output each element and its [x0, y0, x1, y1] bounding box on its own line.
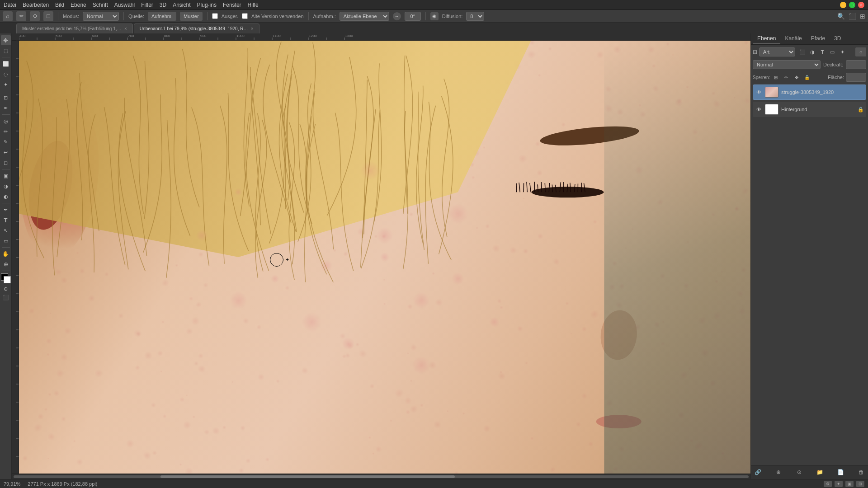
angle-field[interactable] — [405, 12, 421, 21]
arrange-icon[interactable]: ⊞ — [860, 13, 865, 20]
crop-tool[interactable]: ⊡ — [1, 93, 11, 103]
shape-tool[interactable]: ▭ — [1, 236, 11, 246]
screen-mode-switch[interactable]: ⬛ — [2, 294, 9, 301]
menu-item-bild[interactable]: Bild — [55, 2, 64, 8]
scroll-track-h[interactable] — [14, 475, 749, 478]
status-icon-3[interactable]: ▣ — [845, 481, 854, 487]
type-filter-icon[interactable]: T — [818, 47, 827, 56]
stamp-tool[interactable]: ✎ — [1, 137, 11, 147]
background-color[interactable] — [4, 276, 11, 283]
tab-0[interactable]: Muster erstellen.psdc bei 15,7% (Farbfül… — [16, 23, 133, 33]
layer-1-visibility[interactable]: 👁 — [755, 106, 762, 113]
diffusion-select[interactable]: 81416 — [466, 12, 484, 21]
marquee-tool[interactable]: ⬜ — [1, 59, 11, 69]
brush-options-icon[interactable]: ✏ — [16, 11, 26, 21]
canvas-viewport[interactable]: + — [19, 41, 750, 474]
opacity-field[interactable]: 100% — [846, 60, 866, 69]
menu-item-ebene[interactable]: Ebene — [71, 2, 86, 8]
link-layers-btn[interactable]: 🔗 — [753, 467, 763, 477]
close-button[interactable]: × — [858, 2, 864, 8]
screen-mode-icon[interactable]: ⬛ — [849, 13, 856, 20]
quick-mask-icon[interactable]: ⊙ — [2, 285, 9, 292]
blur-tool[interactable]: ◑ — [1, 181, 11, 191]
eraser-tool[interactable]: ◻ — [1, 158, 11, 168]
artboard-tool[interactable]: ⬚ — [1, 46, 11, 56]
brush-size-icon[interactable]: □ — [43, 11, 53, 21]
alte-version-checkbox[interactable] — [242, 13, 248, 19]
hand-tool[interactable]: ✋ — [1, 249, 11, 259]
top-right-icons: 🔍 ⬛ ⊞ — [837, 13, 865, 20]
dodge-tool[interactable]: ◐ — [1, 192, 11, 202]
move-tool[interactable]: ✥ — [1, 35, 11, 45]
add-style-btn[interactable]: ⊕ — [774, 467, 783, 477]
pen-tool[interactable]: ✒ — [1, 205, 11, 215]
new-group-btn[interactable]: 📁 — [815, 467, 825, 477]
minimize-button[interactable]: − — [840, 2, 846, 8]
aufnehm-button[interactable]: Aufnehm. — [148, 12, 176, 21]
add-mask-btn[interactable]: ⊙ — [794, 467, 804, 477]
aufnahm-select[interactable]: Aktuelle Ebene Alle Ebenen — [340, 12, 389, 21]
menu-item-filter[interactable]: Filter — [141, 2, 153, 8]
layer-kind-select[interactable]: Art — [759, 47, 795, 56]
tab-kanaele[interactable]: Kanäle — [780, 33, 806, 44]
layer-item-1[interactable]: 👁 Hintergrund 🔒 — [753, 102, 866, 117]
path-select-tool[interactable]: ↖ — [1, 225, 11, 235]
lasso-tool[interactable]: ◌ — [1, 69, 11, 79]
menu-item-plugins[interactable]: Plug-ins — [197, 2, 217, 8]
eyedropper-tool[interactable]: ✒ — [1, 103, 11, 113]
smart-filter-icon[interactable]: ✦ — [838, 47, 847, 56]
new-layer-btn[interactable]: 📄 — [835, 467, 845, 477]
menu-item-3d[interactable]: 3D — [160, 2, 166, 8]
layer-item-0[interactable]: 👁 struggle-3805349_1920 — [753, 84, 866, 100]
main-canvas[interactable] — [19, 41, 750, 474]
menu-item-ansicht[interactable]: Ansicht — [173, 2, 190, 8]
layer-0-visibility[interactable]: 👁 — [755, 89, 762, 96]
menu-item-schrift[interactable]: Schrift — [93, 2, 108, 8]
zoom-tool[interactable]: ⊕ — [1, 259, 11, 269]
lock-paint-btn[interactable]: ✏ — [782, 73, 791, 82]
brush-tool[interactable]: ✏ — [1, 127, 11, 136]
status-icon-1[interactable]: ⚙ — [824, 481, 832, 487]
foreground-background-color[interactable] — [1, 273, 11, 283]
tab-1[interactable]: Unbenannt-1 bei 79,9% (struggle-3805349_… — [134, 23, 259, 33]
delete-layer-btn[interactable]: 🗑 — [856, 467, 866, 477]
ausger-checkbox[interactable] — [212, 13, 218, 19]
pressure-icon[interactable]: ◉ — [430, 12, 439, 20]
menu-item-auswahl[interactable]: Auswahl — [114, 2, 135, 8]
shape-filter-icon[interactable]: ▭ — [828, 47, 837, 56]
status-icon-4[interactable]: ⊞ — [856, 481, 864, 487]
tab-pfade[interactable]: Pfade — [807, 33, 830, 44]
tab-3d[interactable]: 3D — [830, 33, 845, 44]
menu-item-fenster[interactable]: Fenster — [223, 2, 241, 8]
search-icon[interactable]: 🔍 — [837, 13, 845, 20]
tab-1-close[interactable]: × — [251, 26, 254, 31]
layers-panel: ⊟ Art ⬛ ◑ T ▭ ✦ ○ Normal Deckraft: — [751, 45, 868, 119]
home-icon[interactable]: ⌂ — [3, 11, 13, 21]
magic-wand-tool[interactable]: ✦ — [1, 80, 11, 89]
menu-item-bearbeiten[interactable]: Bearbeiten — [23, 2, 49, 8]
brush-preset-icon[interactable]: ⊙ — [30, 11, 40, 21]
menu-item-hilfe[interactable]: Hilfe — [248, 2, 259, 8]
healing-brush-tool[interactable]: ◎ — [1, 116, 11, 126]
blend-mode-select[interactable]: Normal — [753, 60, 821, 69]
adjustment-filter-icon[interactable]: ◑ — [808, 47, 817, 56]
lock-all-btn[interactable]: 🔒 — [802, 73, 811, 82]
lock-position-btn[interactable]: ✥ — [792, 73, 801, 82]
tab-ebenen[interactable]: Ebenen — [753, 33, 780, 44]
pixel-filter-icon[interactable]: ⬛ — [798, 47, 807, 56]
lock-transparent-btn[interactable]: ⊞ — [771, 73, 780, 82]
tab-0-close[interactable]: × — [124, 26, 127, 31]
type-tool[interactable]: T — [1, 215, 11, 225]
mode-select[interactable]: Normal Aufhellen Abdunkeln — [83, 12, 119, 21]
status-icon-2[interactable]: ✦ — [835, 481, 843, 487]
scrollbar-horizontal[interactable] — [12, 474, 750, 479]
flip-icon[interactable]: ↔ — [393, 12, 401, 20]
scroll-thumb-h[interactable] — [160, 475, 454, 478]
filter-toggle[interactable]: ○ — [855, 47, 866, 56]
muster-button[interactable]: Muster — [180, 12, 203, 21]
gradient-tool[interactable]: ▣ — [1, 171, 11, 181]
fill-field[interactable]: 100% — [846, 73, 866, 82]
maximize-button[interactable]: □ — [849, 2, 855, 8]
menu-item-datei[interactable]: Datei — [4, 2, 16, 8]
history-brush-tool[interactable]: ↩ — [1, 147, 11, 157]
